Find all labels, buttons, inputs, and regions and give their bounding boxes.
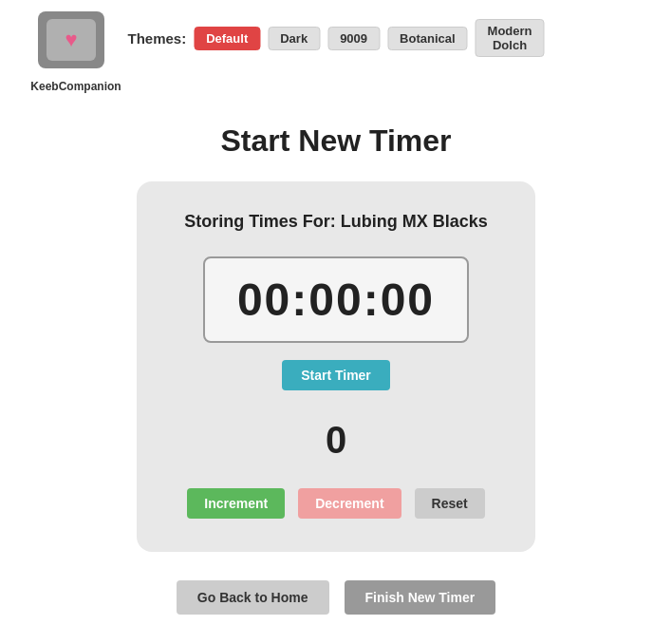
timer-display: 00:00:00 bbox=[203, 256, 469, 343]
decrement-button[interactable]: Decrement bbox=[298, 488, 401, 519]
keycap-top: ♥ bbox=[47, 19, 96, 61]
heart-icon: ♥ bbox=[65, 29, 77, 50]
go-back-button[interactable]: Go Back to Home bbox=[177, 580, 329, 615]
increment-button[interactable]: Increment bbox=[187, 488, 285, 519]
storing-times-label: Storing Times For: Lubing MX Blacks bbox=[184, 210, 488, 234]
logo-area: ♥ KeebCompanion bbox=[19, 11, 133, 93]
timer-value: 00:00:00 bbox=[237, 274, 435, 326]
reset-button[interactable]: Reset bbox=[415, 488, 485, 519]
main-content: Start New Timer Storing Times For: Lubin… bbox=[0, 104, 672, 625]
logo-image: ♥ bbox=[38, 11, 114, 78]
keycap-body: ♥ bbox=[38, 11, 104, 68]
theme-9009-button[interactable]: 9009 bbox=[327, 27, 380, 50]
page-title: Start New Timer bbox=[220, 123, 451, 159]
start-timer-button[interactable]: Start Timer bbox=[282, 360, 390, 390]
theme-modern-dolch-button[interactable]: Modern Dolch bbox=[476, 19, 545, 57]
logo-label: KeebCompanion bbox=[30, 80, 121, 93]
theme-dark-button[interactable]: Dark bbox=[268, 27, 320, 50]
themes-area: Themes: Default Dark 9009 Botanical Mode… bbox=[127, 19, 544, 57]
theme-botanical-button[interactable]: Botanical bbox=[387, 27, 468, 50]
theme-default-button[interactable]: Default bbox=[194, 27, 260, 50]
counter-buttons: Increment Decrement Reset bbox=[187, 488, 484, 519]
finish-timer-button[interactable]: Finish New Timer bbox=[345, 580, 496, 615]
header: ♥ KeebCompanion Themes: Default Dark 900… bbox=[0, 0, 672, 104]
counter-value: 0 bbox=[326, 419, 346, 462]
bottom-buttons: Go Back to Home Finish New Timer bbox=[177, 580, 495, 615]
themes-label: Themes: bbox=[127, 30, 186, 47]
timer-card: Storing Times For: Lubing MX Blacks 00:0… bbox=[137, 181, 535, 552]
